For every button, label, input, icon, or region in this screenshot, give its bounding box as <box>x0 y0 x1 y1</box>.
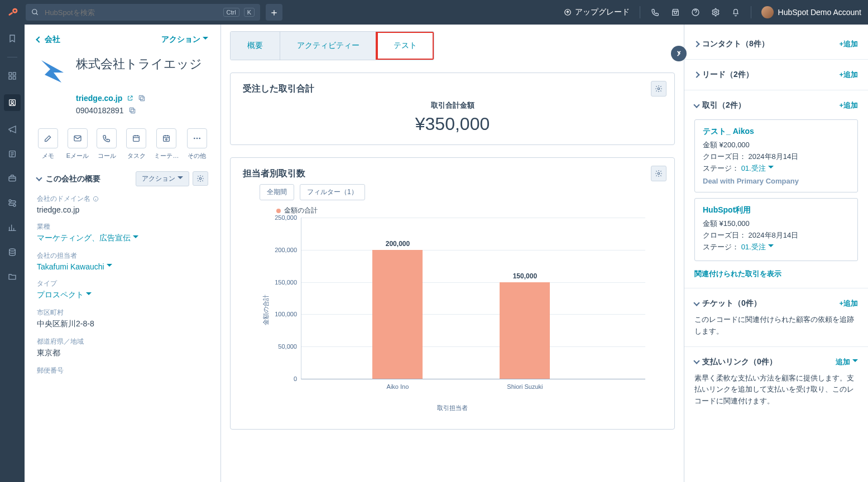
account-menu[interactable]: HubSpot Demo Account <box>761 6 861 18</box>
svg-line-4 <box>36 13 38 15</box>
kbd-ctrl: Ctrl <box>223 8 239 17</box>
upgrade-icon <box>564 8 572 16</box>
search-input[interactable] <box>44 8 219 17</box>
phone-icon[interactable] <box>650 7 660 17</box>
svg-point-3 <box>32 9 37 14</box>
top-nav: Ctrl K ＋ アップグレード HubSpot Demo Account <box>0 0 868 25</box>
help-icon[interactable] <box>690 7 701 17</box>
upgrade-label: アップグレード <box>575 7 630 17</box>
marketplace-icon[interactable] <box>670 7 680 17</box>
svg-point-7 <box>714 11 717 13</box>
notifications-icon[interactable] <box>731 7 741 17</box>
search-icon <box>31 8 39 16</box>
hubspot-logo[interactable] <box>7 6 20 19</box>
settings-icon[interactable] <box>711 7 721 17</box>
upgrade-link[interactable]: アップグレード <box>564 7 630 17</box>
account-name: HubSpot Demo Account <box>778 8 861 17</box>
kbd-k: K <box>244 8 255 17</box>
global-search[interactable]: Ctrl K <box>26 4 260 21</box>
svg-rect-1 <box>8 12 13 16</box>
create-button[interactable]: ＋ <box>266 4 282 21</box>
svg-point-2 <box>14 9 16 12</box>
avatar <box>761 6 774 18</box>
